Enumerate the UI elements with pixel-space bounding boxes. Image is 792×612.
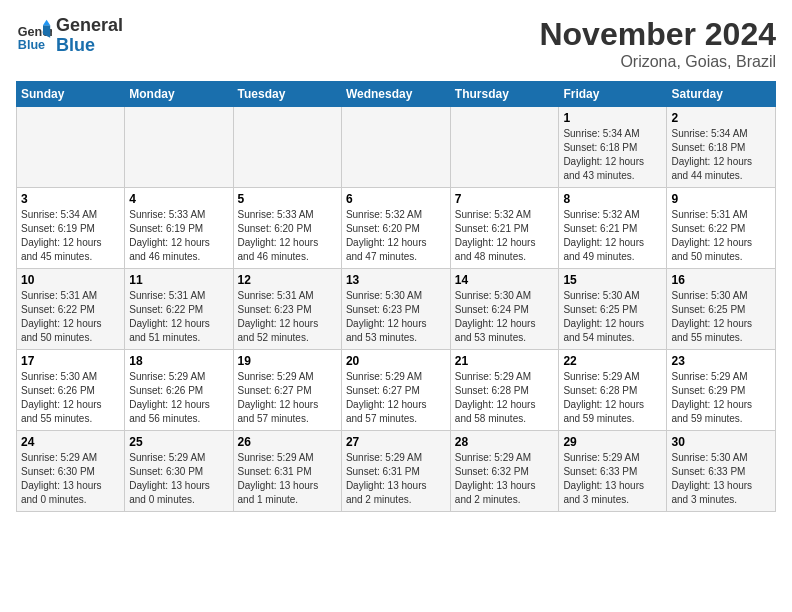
- day-info: Sunrise: 5:29 AM Sunset: 6:28 PM Dayligh…: [455, 370, 555, 426]
- day-number: 6: [346, 192, 446, 206]
- day-info: Sunrise: 5:29 AM Sunset: 6:33 PM Dayligh…: [563, 451, 662, 507]
- calendar-day-empty: [450, 107, 559, 188]
- calendar-day-18: 18Sunrise: 5:29 AM Sunset: 6:26 PM Dayli…: [125, 350, 233, 431]
- day-number: 18: [129, 354, 228, 368]
- calendar-day-10: 10Sunrise: 5:31 AM Sunset: 6:22 PM Dayli…: [17, 269, 125, 350]
- day-number: 7: [455, 192, 555, 206]
- day-number: 12: [238, 273, 337, 287]
- day-number: 13: [346, 273, 446, 287]
- weekday-header-friday: Friday: [559, 82, 667, 107]
- day-number: 26: [238, 435, 337, 449]
- calendar-day-2: 2Sunrise: 5:34 AM Sunset: 6:18 PM Daylig…: [667, 107, 776, 188]
- calendar-day-13: 13Sunrise: 5:30 AM Sunset: 6:23 PM Dayli…: [341, 269, 450, 350]
- day-info: Sunrise: 5:34 AM Sunset: 6:18 PM Dayligh…: [671, 127, 771, 183]
- calendar-day-28: 28Sunrise: 5:29 AM Sunset: 6:32 PM Dayli…: [450, 431, 559, 512]
- day-number: 23: [671, 354, 771, 368]
- day-info: Sunrise: 5:29 AM Sunset: 6:28 PM Dayligh…: [563, 370, 662, 426]
- day-info: Sunrise: 5:30 AM Sunset: 6:25 PM Dayligh…: [671, 289, 771, 345]
- weekday-header-sunday: Sunday: [17, 82, 125, 107]
- calendar-body: 1Sunrise: 5:34 AM Sunset: 6:18 PM Daylig…: [17, 107, 776, 512]
- calendar-day-25: 25Sunrise: 5:29 AM Sunset: 6:30 PM Dayli…: [125, 431, 233, 512]
- day-info: Sunrise: 5:29 AM Sunset: 6:27 PM Dayligh…: [346, 370, 446, 426]
- day-info: Sunrise: 5:31 AM Sunset: 6:22 PM Dayligh…: [129, 289, 228, 345]
- calendar-header: SundayMondayTuesdayWednesdayThursdayFrid…: [17, 82, 776, 107]
- day-number: 25: [129, 435, 228, 449]
- weekday-header-wednesday: Wednesday: [341, 82, 450, 107]
- day-info: Sunrise: 5:29 AM Sunset: 6:32 PM Dayligh…: [455, 451, 555, 507]
- location-subtitle: Orizona, Goias, Brazil: [539, 53, 776, 71]
- day-number: 29: [563, 435, 662, 449]
- day-number: 15: [563, 273, 662, 287]
- calendar-day-1: 1Sunrise: 5:34 AM Sunset: 6:18 PM Daylig…: [559, 107, 667, 188]
- day-info: Sunrise: 5:31 AM Sunset: 6:23 PM Dayligh…: [238, 289, 337, 345]
- title-area: November 2024 Orizona, Goias, Brazil: [539, 16, 776, 71]
- logo-icon: General Blue: [16, 18, 52, 54]
- calendar-day-16: 16Sunrise: 5:30 AM Sunset: 6:25 PM Dayli…: [667, 269, 776, 350]
- day-number: 19: [238, 354, 337, 368]
- calendar-day-14: 14Sunrise: 5:30 AM Sunset: 6:24 PM Dayli…: [450, 269, 559, 350]
- day-number: 1: [563, 111, 662, 125]
- calendar-day-5: 5Sunrise: 5:33 AM Sunset: 6:20 PM Daylig…: [233, 188, 341, 269]
- calendar-week-2: 3Sunrise: 5:34 AM Sunset: 6:19 PM Daylig…: [17, 188, 776, 269]
- weekday-header-monday: Monday: [125, 82, 233, 107]
- day-info: Sunrise: 5:32 AM Sunset: 6:20 PM Dayligh…: [346, 208, 446, 264]
- svg-marker-3: [43, 20, 50, 25]
- calendar-day-empty: [341, 107, 450, 188]
- calendar-day-17: 17Sunrise: 5:30 AM Sunset: 6:26 PM Dayli…: [17, 350, 125, 431]
- calendar-day-8: 8Sunrise: 5:32 AM Sunset: 6:21 PM Daylig…: [559, 188, 667, 269]
- calendar-day-22: 22Sunrise: 5:29 AM Sunset: 6:28 PM Dayli…: [559, 350, 667, 431]
- day-number: 16: [671, 273, 771, 287]
- calendar-day-15: 15Sunrise: 5:30 AM Sunset: 6:25 PM Dayli…: [559, 269, 667, 350]
- calendar-day-12: 12Sunrise: 5:31 AM Sunset: 6:23 PM Dayli…: [233, 269, 341, 350]
- day-info: Sunrise: 5:29 AM Sunset: 6:30 PM Dayligh…: [21, 451, 120, 507]
- calendar-day-29: 29Sunrise: 5:29 AM Sunset: 6:33 PM Dayli…: [559, 431, 667, 512]
- day-number: 21: [455, 354, 555, 368]
- day-info: Sunrise: 5:31 AM Sunset: 6:22 PM Dayligh…: [671, 208, 771, 264]
- day-info: Sunrise: 5:29 AM Sunset: 6:27 PM Dayligh…: [238, 370, 337, 426]
- calendar-day-4: 4Sunrise: 5:33 AM Sunset: 6:19 PM Daylig…: [125, 188, 233, 269]
- calendar-week-3: 10Sunrise: 5:31 AM Sunset: 6:22 PM Dayli…: [17, 269, 776, 350]
- day-info: Sunrise: 5:33 AM Sunset: 6:20 PM Dayligh…: [238, 208, 337, 264]
- day-number: 22: [563, 354, 662, 368]
- day-number: 20: [346, 354, 446, 368]
- calendar-day-20: 20Sunrise: 5:29 AM Sunset: 6:27 PM Dayli…: [341, 350, 450, 431]
- calendar-day-11: 11Sunrise: 5:31 AM Sunset: 6:22 PM Dayli…: [125, 269, 233, 350]
- day-info: Sunrise: 5:30 AM Sunset: 6:26 PM Dayligh…: [21, 370, 120, 426]
- day-info: Sunrise: 5:29 AM Sunset: 6:26 PM Dayligh…: [129, 370, 228, 426]
- calendar-day-23: 23Sunrise: 5:29 AM Sunset: 6:29 PM Dayli…: [667, 350, 776, 431]
- day-number: 8: [563, 192, 662, 206]
- day-number: 30: [671, 435, 771, 449]
- day-number: 11: [129, 273, 228, 287]
- calendar-day-empty: [125, 107, 233, 188]
- logo: General Blue General Blue: [16, 16, 123, 56]
- weekday-header-saturday: Saturday: [667, 82, 776, 107]
- day-info: Sunrise: 5:31 AM Sunset: 6:22 PM Dayligh…: [21, 289, 120, 345]
- day-info: Sunrise: 5:29 AM Sunset: 6:31 PM Dayligh…: [238, 451, 337, 507]
- svg-text:Blue: Blue: [18, 37, 45, 51]
- day-info: Sunrise: 5:34 AM Sunset: 6:18 PM Dayligh…: [563, 127, 662, 183]
- calendar-table: SundayMondayTuesdayWednesdayThursdayFrid…: [16, 81, 776, 512]
- day-number: 17: [21, 354, 120, 368]
- calendar-day-30: 30Sunrise: 5:30 AM Sunset: 6:33 PM Dayli…: [667, 431, 776, 512]
- day-number: 28: [455, 435, 555, 449]
- month-title: November 2024: [539, 16, 776, 53]
- calendar-week-5: 24Sunrise: 5:29 AM Sunset: 6:30 PM Dayli…: [17, 431, 776, 512]
- day-number: 4: [129, 192, 228, 206]
- day-info: Sunrise: 5:34 AM Sunset: 6:19 PM Dayligh…: [21, 208, 120, 264]
- day-info: Sunrise: 5:30 AM Sunset: 6:24 PM Dayligh…: [455, 289, 555, 345]
- day-number: 2: [671, 111, 771, 125]
- page-header: General Blue General Blue November 2024 …: [16, 16, 776, 71]
- day-info: Sunrise: 5:29 AM Sunset: 6:30 PM Dayligh…: [129, 451, 228, 507]
- calendar-day-9: 9Sunrise: 5:31 AM Sunset: 6:22 PM Daylig…: [667, 188, 776, 269]
- calendar-day-6: 6Sunrise: 5:32 AM Sunset: 6:20 PM Daylig…: [341, 188, 450, 269]
- day-number: 3: [21, 192, 120, 206]
- weekday-header-tuesday: Tuesday: [233, 82, 341, 107]
- calendar-day-7: 7Sunrise: 5:32 AM Sunset: 6:21 PM Daylig…: [450, 188, 559, 269]
- day-info: Sunrise: 5:29 AM Sunset: 6:31 PM Dayligh…: [346, 451, 446, 507]
- calendar-day-24: 24Sunrise: 5:29 AM Sunset: 6:30 PM Dayli…: [17, 431, 125, 512]
- calendar-day-26: 26Sunrise: 5:29 AM Sunset: 6:31 PM Dayli…: [233, 431, 341, 512]
- day-info: Sunrise: 5:32 AM Sunset: 6:21 PM Dayligh…: [455, 208, 555, 264]
- logo-text: General Blue: [56, 16, 123, 56]
- day-number: 27: [346, 435, 446, 449]
- day-info: Sunrise: 5:30 AM Sunset: 6:33 PM Dayligh…: [671, 451, 771, 507]
